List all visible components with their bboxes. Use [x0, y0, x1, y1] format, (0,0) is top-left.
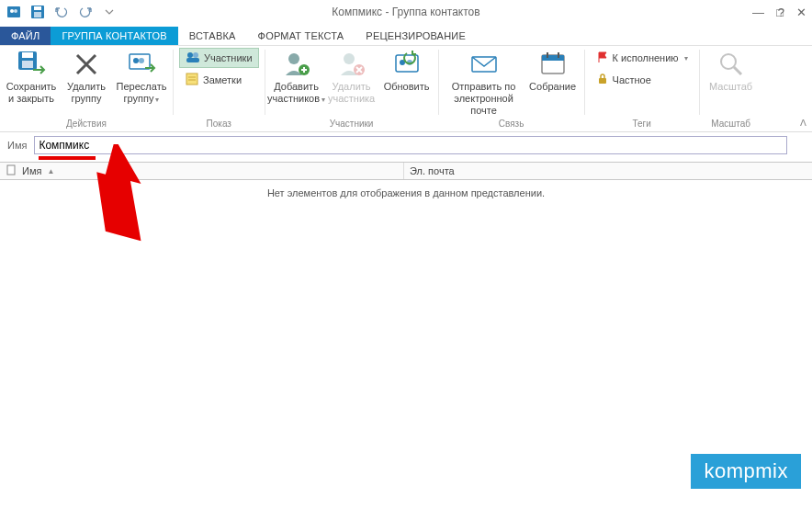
tab-format-text[interactable]: ФОРМАТ ТЕКСТА: [247, 27, 355, 45]
send-email-button[interactable]: Отправить поэлектронной почте: [445, 48, 524, 117]
ribbon-tabs: ФАЙЛ ГРУППА КОНТАКТОВ ВСТАВКА ФОРМАТ ТЕК…: [0, 24, 812, 46]
svg-point-20: [344, 53, 355, 64]
notes-button[interactable]: Заметки: [179, 70, 259, 90]
group-tags: К исполнению ▾ Частное Теги: [585, 46, 699, 131]
column-email[interactable]: Эл. почта: [404, 165, 455, 176]
email-icon: [469, 50, 499, 79]
sort-asc-icon: ▲: [47, 167, 54, 175]
add-members-button[interactable]: Добавитьучастников▾: [271, 48, 322, 106]
title-bar: Компмикс - Группа контактов ? — □ ✕: [0, 0, 812, 24]
tab-insert[interactable]: ВСТАВКА: [178, 27, 247, 45]
undo-icon[interactable]: [51, 2, 72, 22]
qat-customize-icon[interactable]: [99, 2, 119, 22]
svg-rect-5: [34, 12, 41, 17]
tab-file[interactable]: ФАЙЛ: [0, 27, 51, 45]
svg-rect-15: [186, 74, 197, 85]
members-icon: [186, 50, 200, 66]
svg-point-2: [14, 9, 17, 13]
add-member-icon: [282, 50, 311, 79]
redo-icon[interactable]: [75, 2, 96, 22]
calendar-icon: [538, 50, 568, 79]
flag-icon: [596, 51, 609, 65]
svg-rect-4: [34, 6, 41, 10]
delete-group-button[interactable]: Удалитьгруппу: [61, 48, 112, 105]
svg-point-1: [10, 9, 14, 13]
lock-icon: [596, 73, 609, 87]
chevron-down-icon: ▾: [684, 54, 688, 62]
quick-access-toolbar: [4, 2, 119, 22]
members-button[interactable]: Участники: [179, 48, 259, 68]
window-controls: —: [752, 6, 764, 19]
update-button[interactable]: Обновить: [381, 48, 433, 93]
save-close-button[interactable]: Сохранитьи закрыть: [6, 48, 57, 105]
close-button[interactable]: ✕: [796, 6, 806, 19]
meeting-button[interactable]: Собрание: [527, 48, 579, 93]
save-close-icon: [17, 50, 46, 79]
delete-icon: [72, 50, 101, 79]
list-header: Имя ▲ Эл. почта: [0, 162, 812, 180]
doc-icon: [6, 164, 17, 177]
window-title: Компмикс - Группа контактов: [332, 6, 479, 18]
maximize-button[interactable]: □: [776, 6, 784, 19]
remove-member-icon: [337, 50, 367, 79]
group-zoom: Масштаб Масштаб: [700, 46, 762, 131]
svg-rect-33: [7, 165, 15, 175]
group-connect: Отправить поэлектронной почте Собрание С…: [439, 46, 584, 131]
svg-rect-8: [22, 61, 33, 68]
window-controls-2: □ ✕: [776, 6, 806, 19]
svg-rect-30: [599, 78, 606, 84]
svg-point-31: [721, 54, 736, 69]
zoom-icon: [716, 50, 746, 79]
svg-rect-27: [542, 55, 564, 61]
notes-icon: [185, 72, 199, 88]
svg-line-32: [734, 67, 741, 74]
svg-point-10: [133, 58, 139, 63]
remove-member-button: Удалитьучастника: [326, 48, 378, 105]
contacts-icon[interactable]: [4, 2, 24, 22]
group-show: Участники Заметки Показ: [174, 46, 265, 131]
collapse-ribbon-icon[interactable]: ᐱ: [800, 118, 806, 128]
empty-list-message: Нет элементов для отображения в данном п…: [0, 180, 812, 206]
ribbon: Сохранитьи закрыть Удалитьгруппу Пересла…: [0, 46, 812, 132]
svg-rect-14: [186, 58, 199, 62]
svg-point-11: [139, 58, 144, 63]
svg-rect-7: [22, 52, 33, 58]
group-members: Добавитьучастников▾ Удалитьучастника Обн…: [265, 46, 438, 131]
name-field-row: Имя: [0, 132, 812, 156]
svg-point-13: [193, 52, 198, 58]
private-button[interactable]: Частное: [591, 70, 694, 90]
forward-icon: [127, 50, 156, 79]
minimize-button[interactable]: —: [752, 6, 764, 19]
forward-group-button[interactable]: Переслатьгруппу▾: [116, 48, 167, 106]
save-icon[interactable]: [28, 2, 48, 22]
svg-point-12: [187, 52, 193, 58]
tab-review[interactable]: РЕЦЕНЗИРОВАНИЕ: [355, 27, 477, 45]
zoom-button: Масштаб: [705, 48, 757, 93]
column-name[interactable]: Имя ▲: [0, 163, 404, 179]
highlight-underline: [39, 156, 96, 160]
tab-contact-group[interactable]: ГРУППА КОНТАКТОВ: [51, 27, 177, 45]
watermark: kompmix: [691, 454, 801, 489]
svg-point-18: [288, 53, 299, 64]
update-icon: [392, 50, 422, 79]
name-label: Имя: [7, 140, 27, 151]
group-name-input[interactable]: [34, 136, 787, 154]
follow-up-button[interactable]: К исполнению ▾: [591, 48, 694, 68]
svg-rect-0: [7, 6, 20, 17]
group-actions: Сохранитьи закрыть Удалитьгруппу Пересла…: [0, 46, 173, 131]
